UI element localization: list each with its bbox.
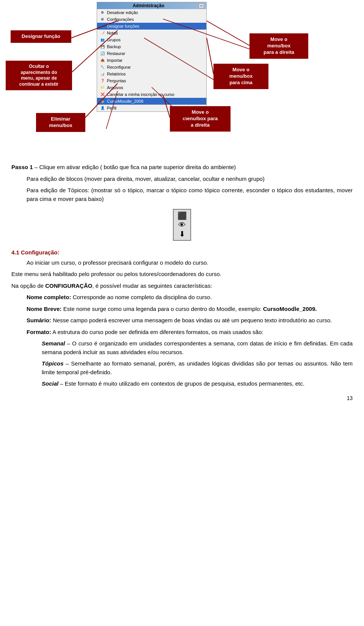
menu-item-label: CursoMoodle_2008: [107, 99, 143, 104]
section-41-text: Ao iniciar um curso, o professor precisa…: [27, 259, 353, 267]
menu-item-label: Restaurar: [107, 51, 125, 56]
menu-item-label: Reconfigurar: [107, 65, 131, 69]
menu-item-label: Arquivos: [107, 85, 123, 90]
admin-window-title-text: Administração: [99, 3, 198, 8]
section-41-heading: 4.1 Configuração:: [11, 248, 353, 257]
topic-icon-eye: 👁: [178, 220, 186, 229]
anno-eliminar-menu: Eliminarmenu/box: [36, 113, 85, 132]
sumario-para: Sumário: Nesse campo poderá escrever uma…: [27, 316, 353, 325]
admin-menu-item[interactable]: ❌Cancelar a minha inscrição no curso: [97, 91, 206, 98]
admin-menu-item[interactable]: 📊Relatórios: [97, 71, 206, 77]
menu-item-icon: 👤: [99, 23, 105, 29]
admin-menu-item[interactable]: 👤Designar funções: [97, 23, 206, 30]
anno-designar-funcao: Designar função: [11, 30, 71, 43]
topic-icon-group: ⬛ 👁 ⬇: [173, 209, 191, 241]
minimize-btn[interactable]: −: [199, 3, 204, 8]
admin-menu-item[interactable]: 📥Importar: [97, 57, 206, 64]
topic-icon-box: ⬛: [177, 211, 187, 220]
menu-item-label: Relatórios: [107, 72, 126, 76]
anno-move-direita-top: Move omenu/boxpara a direita: [249, 33, 308, 59]
passo1-para: Passo 1 – Clique em ativar edição ( botã…: [11, 163, 353, 172]
diagram-area: Administração − ⚙Desativar edição⚙Config…: [0, 0, 364, 159]
semanal-label: Semanal: [42, 340, 65, 347]
menu-item-icon: 📥: [99, 57, 105, 63]
admin-window-title: Administração −: [97, 2, 206, 9]
nome-breve-label: Nome Breve:: [27, 306, 62, 312]
admin-menu-item[interactable]: ⚙Configurações: [97, 16, 206, 23]
admin-menu-item[interactable]: 🔄Restaurar: [97, 50, 206, 57]
menu-item-icon: 📝: [99, 30, 105, 36]
topic-icons-wrapper: ⬛ 👁 ⬇: [11, 209, 353, 241]
menu-item-label: Desativar edição: [107, 10, 138, 15]
para4-prefix: Na opção de: [11, 282, 45, 289]
menu-item-label: Cancelar a minha inscrição no curso: [107, 92, 174, 97]
social-label: Social: [42, 380, 58, 387]
admin-menu-item[interactable]: 📝Notas: [97, 30, 206, 36]
menu-item-icon: 📊: [99, 71, 105, 77]
menu-item-label: Notas: [107, 31, 118, 35]
nome-breve-bold: CursoMoodle_2009.: [263, 306, 317, 312]
nome-completo-text: Corresponde ao nome completo da discipli…: [71, 294, 212, 300]
page-number: 13: [0, 395, 364, 401]
menu-item-label: Configurações: [107, 17, 134, 22]
menu-item-icon: 🔄: [99, 50, 105, 56]
para-blocos-text: Para edição de blocos (mover para direit…: [27, 176, 265, 182]
anno-move-cima: Move omenu/boxpara cima: [213, 64, 268, 89]
sumario-text: Nesse campo poderá escrever uma mensagem…: [51, 317, 332, 323]
menu-item-label: Importar: [107, 58, 122, 63]
svg-line-5: [207, 38, 213, 74]
menu-item-icon: 🔧: [99, 64, 105, 70]
topic-icon-down: ⬇: [179, 229, 185, 238]
menu-item-icon: 👥: [99, 37, 105, 43]
menu-item-icon: 📁: [99, 85, 105, 91]
admin-menu-item[interactable]: 📁Arquivos: [97, 84, 206, 91]
formato-para: Formato: A estrutura do curso pode ser d…: [27, 328, 353, 337]
formato-text: A estrutura do curso pode ser definida e…: [51, 329, 263, 335]
para3-text: Este menu será habilitado pelo professor…: [11, 271, 221, 277]
menu-item-icon: ⚙: [99, 16, 105, 22]
section-41-label: 4.1 Configuração:: [11, 249, 60, 256]
sumario-label: Sumário:: [27, 317, 51, 323]
nome-breve-para: Nome Breve: Este nome surge como uma leg…: [27, 305, 353, 314]
admin-menu-item[interactable]: 📚CursoMoodle_2008: [97, 98, 206, 105]
menu-item-label: Backup: [107, 44, 121, 49]
menu-item-label: Perguntas: [107, 78, 126, 83]
admin-menu-item[interactable]: ⚙Desativar edição: [97, 9, 206, 16]
menu-item-label: Perfil: [107, 106, 116, 110]
topicos-label: Tópicos: [42, 360, 64, 367]
passo1-rest: – Clique em ativar edição ( botão que fi…: [35, 164, 236, 170]
social-para: Social – Este formato é muito utilizado …: [42, 380, 353, 388]
admin-menu-item[interactable]: ❓Perguntas: [97, 77, 206, 84]
menu-item-icon: 💾: [99, 44, 105, 50]
anno-ocultar-menu: Ocultar oaparecimento domenu, apesar dec…: [6, 61, 72, 90]
formato-label: Formato:: [27, 329, 51, 335]
menu-item-icon: ❓: [99, 78, 105, 84]
menu-item-icon: ❌: [99, 91, 105, 97]
admin-menu-list: ⚙Desativar edição⚙Configurações👤Designar…: [97, 9, 206, 111]
para4-rest: , é possível mudar as seguintes caracter…: [92, 282, 212, 289]
topicos-text: – Semelhante ao formato semanal, porém, …: [42, 360, 353, 375]
admin-window: Administração − ⚙Desativar edição⚙Config…: [97, 2, 207, 112]
admin-menu-item[interactable]: 🔧Reconfigurar: [97, 64, 206, 71]
para-blocos: Para edição de blocos (mover para direit…: [27, 175, 353, 184]
para4-bold: CONFIGURAÇÃO: [45, 282, 92, 289]
text-content-area: Passo 1 – Clique em ativar edição ( botã…: [0, 159, 364, 395]
semanal-text: – O curso é organizado em unidades corre…: [42, 340, 353, 355]
passo1-bold: Passo 1: [11, 164, 33, 170]
social-text: – Este formato é muito utilizado em cont…: [58, 380, 304, 387]
para4: Na opção de CONFIGURAÇÃO, é possível mud…: [11, 282, 353, 290]
anno-move-direita-bottom: Move omenu/box paraa direita: [170, 106, 231, 132]
svg-line-4: [207, 21, 249, 45]
menu-item-icon: 📚: [99, 98, 105, 104]
para-topicos-text: Para edição de Tópicos: (mostrar só o tó…: [27, 187, 353, 202]
menu-item-icon: ⚙: [99, 9, 105, 16]
admin-menu-item[interactable]: 💾Backup: [97, 43, 206, 50]
para3: Este menu será habilitado pelo professor…: [11, 270, 353, 279]
semanal-para: Semanal – O curso é organizado em unidad…: [42, 339, 353, 356]
nome-completo-label: Nome completo:: [27, 294, 71, 300]
topicos-para: Tópicos – Semelhante ao formato semanal,…: [42, 359, 353, 377]
nome-breve-text: Este nome surge como uma legenda para o …: [62, 306, 263, 312]
admin-menu-item[interactable]: 👥Grupos: [97, 36, 206, 43]
menu-item-icon: 👤: [99, 105, 105, 111]
nome-completo-para: Nome completo: Corresponde ao nome compl…: [27, 293, 353, 302]
